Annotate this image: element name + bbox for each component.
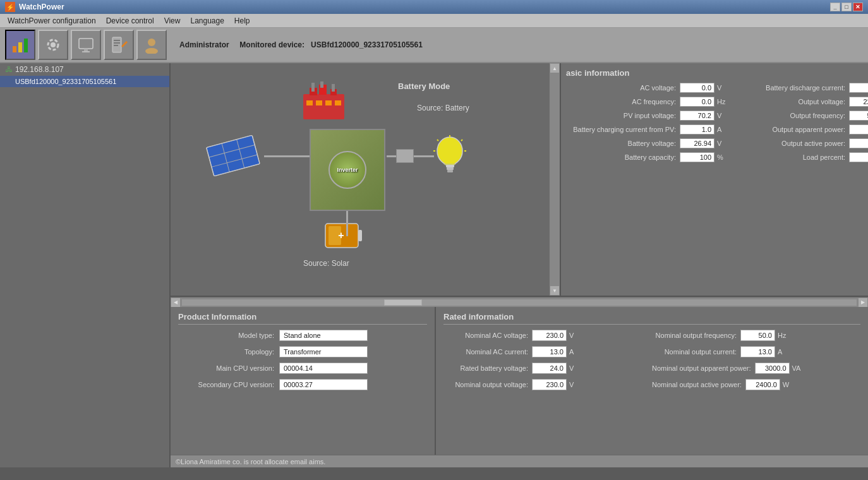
info-field-value: 0.0: [849, 124, 868, 135]
statusbar: ©Liona Amiratime co. is root allocate em…: [171, 455, 868, 467]
svg-line-39: [461, 140, 462, 141]
info-field-value: 1.0: [680, 124, 714, 135]
product-row: Secondary CPU version:00003.27: [178, 379, 427, 390]
scroll-up-button[interactable]: ▲: [550, 63, 560, 73]
diagram: Inverter: [183, 78, 537, 280]
app-icon: ⚡: [5, 2, 15, 12]
info-field-value: 0.0: [849, 138, 868, 148]
rated-row: Nominal output active power:2400.0W: [652, 379, 860, 390]
info-row: Output apparent power:0.0: [735, 124, 868, 135]
product-field-label: Model type:: [178, 332, 279, 339]
scroll-thumb-h[interactable]: [384, 299, 422, 306]
svg-rect-19: [306, 100, 313, 105]
rated-field-label: Nominal output frequency:: [652, 332, 740, 339]
svg-rect-6: [84, 49, 88, 51]
svg-point-13: [148, 39, 155, 46]
maximize-button[interactable]: □: [841, 3, 852, 11]
menu-watchpower-config[interactable]: WatchPower configuration: [3, 15, 101, 27]
svg-marker-12: [121, 41, 128, 47]
app-title: WatchPower: [19, 3, 64, 11]
content-area: Inverter: [171, 63, 868, 467]
product-field-value: Stand alone: [279, 330, 368, 341]
svg-rect-20: [316, 100, 322, 105]
rated-row: Nominal AC current:13.0A: [443, 346, 652, 357]
info-col-left: AC voltage:0.0VAC frequency:0.0HzPV inpu…: [566, 83, 730, 166]
menu-device-control[interactable]: Device control: [101, 15, 159, 27]
rated-field-label: Nominal AC current:: [443, 348, 532, 356]
product-field-value: 00004.14: [279, 363, 368, 374]
rated-field-value: 50.0: [740, 330, 775, 341]
svg-rect-2: [24, 39, 28, 52]
sidebar: 🖧 192.168.8.107 USBfd120000_923317051055…: [0, 63, 171, 467]
info-col-right: Battery discharge current:0.0Output volt…: [735, 83, 868, 166]
svg-rect-42: [358, 230, 362, 241]
toolbar-monitor-button[interactable]: [71, 30, 101, 60]
info-row: Output frequency:50.0: [735, 111, 868, 121]
rated-field-label: Nominal output voltage:: [443, 381, 532, 388]
source-battery-label: Source: Battery: [417, 104, 469, 112]
rated-row: Nominal output frequency:50.0Hz: [652, 330, 860, 341]
svg-point-14: [145, 48, 158, 54]
toolbar-settings-button[interactable]: [38, 30, 68, 60]
battery-icon: +: [322, 217, 363, 263]
menu-help[interactable]: Help: [229, 15, 255, 27]
scroll-track-h: [182, 299, 857, 306]
close-button[interactable]: ✕: [853, 3, 863, 11]
product-field-value: 00003.27: [279, 379, 368, 390]
svg-text:+: +: [338, 230, 344, 241]
scroll-right-button[interactable]: ▶: [858, 297, 868, 308]
rated-row: Rated battery voltage:24.0V: [443, 363, 652, 374]
svg-rect-1: [18, 42, 22, 52]
svg-rect-11: [114, 45, 118, 46]
info-field-label: Load percent:: [735, 153, 849, 161]
device-id: USBfd120000_92331705105561: [311, 40, 423, 49]
menubar: WatchPower configuration Device control …: [0, 14, 868, 28]
rated-field-unit: A: [775, 348, 793, 356]
info-field-unit: %: [714, 153, 730, 161]
info-field-label: Output frequency:: [735, 112, 849, 119]
bulb-icon: [430, 135, 471, 188]
bottom-panels: Product Information Model type:Stand alo…: [171, 307, 868, 455]
product-field-label: Secondary CPU version:: [178, 381, 279, 388]
viz-diagram: Inverter: [171, 63, 550, 296]
svg-rect-23: [311, 83, 315, 92]
info-row: AC frequency:0.0Hz: [566, 97, 730, 107]
info-field-value: 26.94: [680, 138, 714, 148]
toolbar-user-button[interactable]: [136, 30, 167, 60]
info-field-label: PV input voltage:: [566, 112, 680, 119]
rated-col-right: Nominal output frequency:50.0HzNominal o…: [652, 330, 860, 395]
menu-view[interactable]: View: [159, 15, 186, 27]
svg-rect-24: [320, 81, 323, 88]
rated-field-unit: W: [780, 381, 798, 388]
svg-rect-15: [303, 94, 344, 119]
info-field-value: 0.0: [680, 83, 714, 93]
product-field-label: Main CPU version:: [178, 364, 279, 372]
toolbar-chart-button[interactable]: [5, 30, 35, 60]
svg-rect-5: [79, 39, 93, 49]
info-field-unit: V: [714, 84, 730, 92]
rated-field-unit: VA: [790, 364, 807, 372]
info-row: Battery charging current from PV:1.0A: [566, 124, 730, 135]
source-solar-label: Source: Solar: [303, 259, 349, 268]
svg-point-32: [437, 137, 462, 165]
minimize-button[interactable]: _: [830, 3, 840, 11]
admin-label: Administrator: [179, 40, 229, 49]
scroll-left-button[interactable]: ◀: [171, 297, 181, 308]
info-field-label: Battery charging current from PV:: [566, 126, 680, 133]
menu-language[interactable]: Language: [185, 15, 229, 27]
svg-point-3: [51, 42, 56, 47]
toolbar-report-button[interactable]: [104, 30, 134, 60]
rated-info-title: Rated information: [443, 312, 860, 325]
sidebar-device-item[interactable]: USBfd120000_92331705105561: [0, 76, 169, 87]
scroll-down-button[interactable]: ▼: [550, 285, 560, 296]
rated-field-value: 3000.0: [755, 363, 790, 374]
basic-info-title: asic information: [566, 68, 863, 78]
info-row: Battery capacity:100%: [566, 152, 730, 162]
sidebar-ip-root[interactable]: 🖧 192.168.8.107: [0, 63, 169, 76]
titlebar: ⚡ WatchPower _ □ ✕: [0, 0, 868, 14]
info-field-label: Battery capacity:: [566, 153, 680, 161]
rated-field-value: 230.0: [532, 330, 567, 341]
connector-box: [396, 149, 414, 163]
battery-mode-label: Battery Mode: [398, 81, 450, 91]
rated-field-unit: Hz: [775, 332, 793, 339]
